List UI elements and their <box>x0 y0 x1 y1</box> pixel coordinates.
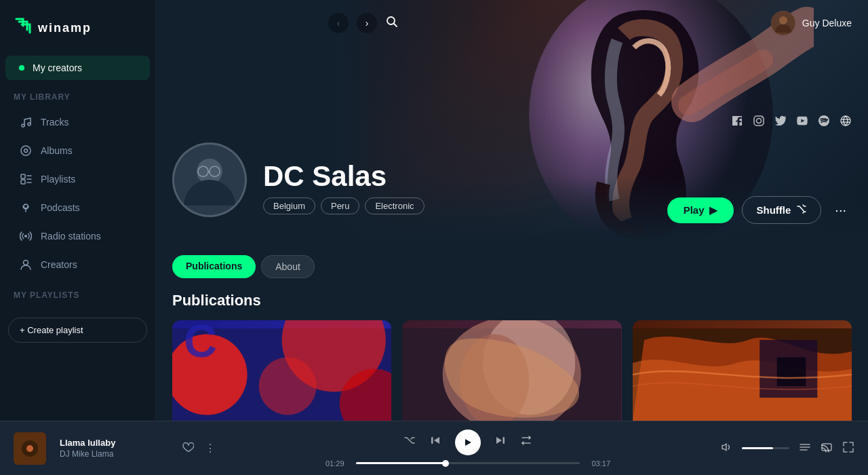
content-area: Publications About Publications <box>156 244 868 421</box>
track-artist: DJ Mike Llama <box>60 449 168 459</box>
volume-bar[interactable] <box>742 447 789 449</box>
current-time: 01:29 <box>326 459 349 468</box>
sidebar-label-playlists: Playlists <box>41 174 75 185</box>
sidebar-label-tracks: Tracks <box>41 117 68 128</box>
svg-rect-5 <box>21 180 25 184</box>
svg-point-16 <box>779 16 787 24</box>
fullscreen-button[interactable] <box>842 441 854 456</box>
forward-button[interactable]: › <box>357 13 377 33</box>
shuffle-button[interactable]: Shuffle <box>742 196 821 224</box>
svg-point-22 <box>841 116 850 126</box>
artist-name: DC Salas <box>263 162 425 191</box>
logo-text: winamp <box>38 21 92 35</box>
sidebar: winamp My creators My library Tracks <box>0 0 156 421</box>
tabs: Publications About <box>172 244 852 284</box>
like-button[interactable] <box>182 441 194 456</box>
avatar <box>771 11 795 35</box>
next-button[interactable] <box>494 434 507 450</box>
volume-fill <box>742 447 773 449</box>
progress-bar[interactable] <box>356 462 580 464</box>
sidebar-nav: My creators My library Tracks <box>0 56 155 343</box>
cast-button[interactable] <box>821 441 833 456</box>
youtube-icon[interactable] <box>796 115 808 130</box>
progress-handle[interactable] <box>442 460 449 467</box>
play-button[interactable]: Play ▶ <box>667 197 734 223</box>
more-options-button[interactable]: ··· <box>829 197 852 223</box>
sidebar-item-albums[interactable]: Albums <box>5 137 150 164</box>
queue-button[interactable] <box>799 441 811 456</box>
svg-point-1 <box>28 123 31 126</box>
nav-buttons: ‹ › <box>328 13 399 33</box>
tag-electronic[interactable]: Electronic <box>365 197 424 214</box>
social-icons <box>731 115 852 130</box>
sidebar-item-tracks[interactable]: Tracks <box>5 109 150 136</box>
publications-grid: C <box>172 320 852 421</box>
sidebar-label-albums: Albums <box>41 145 73 156</box>
search-button[interactable] <box>385 15 399 31</box>
my-library-label: My library <box>0 81 155 107</box>
publication-card-3[interactable] <box>633 320 852 421</box>
svg-point-45 <box>26 445 33 452</box>
sidebar-label-radio: Radio stations <box>41 231 101 242</box>
logo: winamp <box>0 11 155 56</box>
facebook-icon[interactable] <box>731 115 743 130</box>
active-indicator <box>19 65 24 71</box>
repeat-button[interactable] <box>520 434 532 450</box>
artist-row: DC Salas Belgium Peru Electronic <box>172 142 732 217</box>
tab-about[interactable]: About <box>261 255 315 278</box>
user-profile[interactable]: Guy Deluxe <box>771 11 852 35</box>
shuffle-player-button[interactable] <box>403 434 416 450</box>
spotify-icon[interactable] <box>818 115 830 130</box>
publication-card-1[interactable]: C <box>172 320 391 421</box>
svg-rect-47 <box>503 437 505 444</box>
player-center: 01:29 03:17 <box>229 430 707 468</box>
sidebar-label-my-creators: My creators <box>33 62 82 73</box>
track-thumbnail <box>14 432 46 465</box>
create-playlist-button[interactable]: + Create playlist <box>8 318 147 343</box>
svg-point-0 <box>22 124 24 127</box>
progress-fill <box>356 462 446 464</box>
sidebar-item-my-creators[interactable]: My creators <box>5 56 150 80</box>
main-content: ‹ › Guy Deluxe <box>156 0 868 421</box>
svg-point-19 <box>757 119 762 124</box>
instagram-icon[interactable] <box>753 115 765 130</box>
svg-rect-4 <box>21 174 25 178</box>
globe-icon[interactable] <box>840 115 852 130</box>
radio-icon <box>19 229 33 243</box>
now-playing-bar: Llama lullaby DJ Mike Llama ⋮ <box>0 421 868 475</box>
action-row: Play ▶ Shuffle ··· <box>667 196 852 224</box>
logo-icon <box>14 16 33 39</box>
tag-belgium[interactable]: Belgium <box>263 197 315 214</box>
track-menu-button[interactable]: ⋮ <box>205 442 216 455</box>
svg-point-11 <box>24 235 27 238</box>
previous-button[interactable] <box>429 434 441 450</box>
back-button[interactable]: ‹ <box>328 13 349 33</box>
progress-row: 01:29 03:17 <box>326 459 610 468</box>
shuffle-icon <box>796 204 807 216</box>
hero-content: DC Salas Belgium Peru Electronic <box>172 142 732 217</box>
sidebar-item-radio[interactable]: Radio stations <box>5 223 150 250</box>
tag-peru[interactable]: Peru <box>321 197 359 214</box>
sidebar-item-podcasts[interactable]: Podcasts <box>5 194 150 221</box>
podcasts-icon <box>19 201 33 214</box>
svg-point-3 <box>24 149 28 153</box>
play-label: Play <box>684 204 705 216</box>
publication-card-2[interactable] <box>402 320 621 421</box>
sidebar-item-playlists[interactable]: Playlists <box>5 166 150 193</box>
svg-point-9 <box>24 204 28 208</box>
sidebar-item-creators[interactable]: Creators <box>5 251 150 278</box>
albums-icon <box>19 144 33 157</box>
playlists-icon <box>19 172 33 186</box>
tab-publications[interactable]: Publications <box>172 255 256 278</box>
twitter-icon[interactable] <box>774 115 787 130</box>
svg-rect-42 <box>776 357 806 386</box>
volume-icon[interactable] <box>720 441 732 456</box>
player-right-controls <box>720 441 854 456</box>
artist-tags: Belgium Peru Electronic <box>263 197 425 214</box>
svg-text:C: C <box>184 320 217 366</box>
create-playlist-label: + Create playlist <box>20 325 83 335</box>
play-pause-button[interactable] <box>455 430 481 455</box>
section-title: Publications <box>172 292 852 309</box>
my-playlists-label: My playlists <box>0 280 155 305</box>
svg-line-14 <box>394 24 397 27</box>
